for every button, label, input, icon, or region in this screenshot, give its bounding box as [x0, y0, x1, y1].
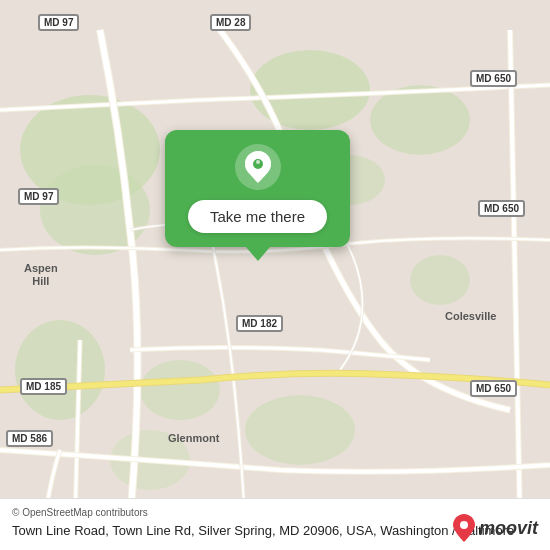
- svg-point-8: [410, 255, 470, 305]
- take-me-there-button[interactable]: Take me there: [188, 200, 327, 233]
- badge-md97-top: MD 97: [38, 14, 79, 31]
- place-aspen-hill: AspenHill: [24, 262, 58, 288]
- svg-point-15: [460, 521, 468, 529]
- badge-md182: MD 182: [236, 315, 283, 332]
- map-background: [0, 0, 550, 550]
- pin-icon-container: [235, 144, 281, 190]
- svg-point-14: [256, 160, 260, 164]
- badge-md185: MD 185: [20, 378, 67, 395]
- place-glenmont: Glenmont: [168, 432, 219, 444]
- badge-md650-mid: MD 650: [478, 200, 525, 217]
- badge-md586: MD 586: [6, 430, 53, 447]
- moovit-pin-icon: [453, 514, 475, 542]
- location-pin-icon: [244, 151, 272, 183]
- moovit-logo: moovit: [453, 514, 538, 542]
- badge-md650-top: MD 650: [470, 70, 517, 87]
- svg-point-5: [140, 360, 220, 420]
- badge-md28: MD 28: [210, 14, 251, 31]
- svg-point-4: [370, 85, 470, 155]
- badge-md97-left: MD 97: [18, 188, 59, 205]
- svg-point-7: [15, 320, 105, 420]
- location-popup: Take me there: [165, 130, 350, 247]
- place-colesville: Colesville: [445, 310, 496, 322]
- svg-point-9: [245, 395, 355, 465]
- badge-md650-bot: MD 650: [470, 380, 517, 397]
- map-container: MD 97 MD 28 MD 650 MD 650 MD 650 MD 97 M…: [0, 0, 550, 550]
- bottom-bar: © OpenStreetMap contributors Town Line R…: [0, 498, 550, 550]
- svg-point-3: [250, 50, 370, 130]
- moovit-text-label: moovit: [479, 518, 538, 539]
